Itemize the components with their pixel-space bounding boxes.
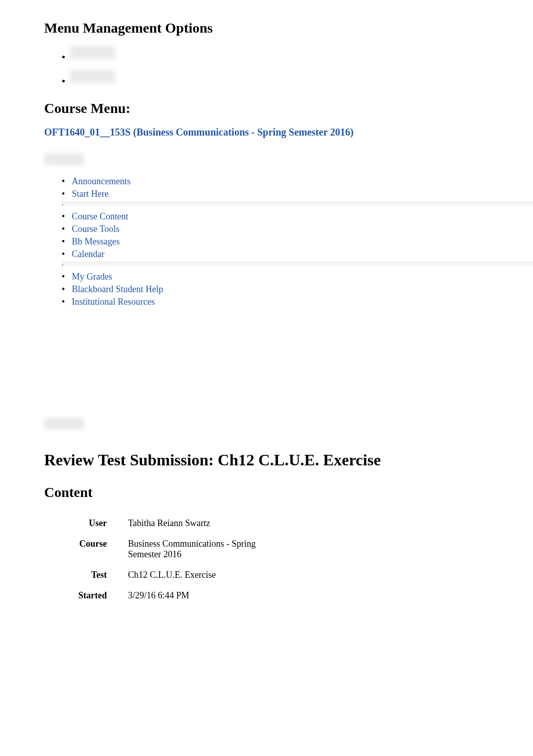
content-section: Content User Tabitha Reiann Swartz Cours… <box>44 484 489 606</box>
course-content-link[interactable]: Course Content <box>72 211 128 221</box>
menu-item-blackboard-help: Blackboard Student Help <box>62 284 489 295</box>
page-title: Review Test Submission: Ch12 C.L.U.E. Ex… <box>44 451 489 469</box>
course-label: Course <box>67 534 122 565</box>
course-menu-heading: Course Menu: <box>44 100 489 116</box>
menu-item-my-grades: My Grades <box>62 272 489 282</box>
menu-item-bb-messages: Bb Messages <box>62 236 489 247</box>
menu-option-item <box>70 70 489 85</box>
blurred-button[interactable] <box>44 153 84 165</box>
started-value: 3/29/16 6:44 PM <box>122 585 293 606</box>
table-row: Test Ch12 C.L.U.E. Exercise <box>67 565 293 585</box>
menu-management-heading: Menu Management Options <box>44 20 489 36</box>
table-row: Started 3/29/16 6:44 PM <box>67 585 293 606</box>
start-here-link[interactable]: Start Here <box>72 189 108 199</box>
menu-management-options <box>70 46 489 85</box>
divider <box>62 201 533 207</box>
menu-item-course-content: Course Content <box>62 211 489 222</box>
test-label: Test <box>67 565 122 585</box>
blackboard-help-link[interactable]: Blackboard Student Help <box>72 284 163 294</box>
menu-item-course-tools: Course Tools <box>62 224 489 234</box>
my-grades-link[interactable]: My Grades <box>72 272 112 282</box>
menu-divider <box>62 262 489 268</box>
menu-divider <box>62 201 489 207</box>
course-value: Business Communications - Spring Semeste… <box>122 534 293 565</box>
content-heading: Content <box>44 484 489 500</box>
divider <box>62 262 533 268</box>
table-row: User Tabitha Reiann Swartz <box>67 513 293 534</box>
menu-item-institutional-resources: Institutional Resources <box>62 297 489 307</box>
menu-item-calendar: Calendar <box>62 249 489 260</box>
user-value: Tabitha Reiann Swartz <box>122 513 293 534</box>
course-link[interactable]: OFT1640_01__153S (Business Communication… <box>44 127 353 138</box>
course-title-link[interactable]: OFT1640_01__153S (Business Communication… <box>44 127 489 138</box>
announcements-link[interactable]: Announcements <box>72 176 130 186</box>
bb-messages-link[interactable]: Bb Messages <box>72 236 120 246</box>
institutional-resources-link[interactable]: Institutional Resources <box>72 297 155 307</box>
table-row: Course Business Communications - Spring … <box>67 534 293 565</box>
course-menu-list: Announcements Start Here Course Content … <box>62 176 489 307</box>
menu-item-start-here: Start Here <box>62 189 489 199</box>
blurred-button[interactable] <box>44 418 84 430</box>
calendar-link[interactable]: Calendar <box>72 249 104 259</box>
menu-option-item <box>70 46 489 61</box>
spacer <box>44 322 489 413</box>
menu-item-announcements: Announcements <box>62 176 489 187</box>
course-tools-link[interactable]: Course Tools <box>72 224 119 234</box>
started-label: Started <box>67 585 122 606</box>
test-value: Ch12 C.L.U.E. Exercise <box>122 565 293 585</box>
user-label: User <box>67 513 122 534</box>
blurred-option[interactable] <box>70 70 115 83</box>
blurred-option[interactable] <box>70 46 115 59</box>
submission-info-table: User Tabitha Reiann Swartz Course Busine… <box>67 513 293 606</box>
